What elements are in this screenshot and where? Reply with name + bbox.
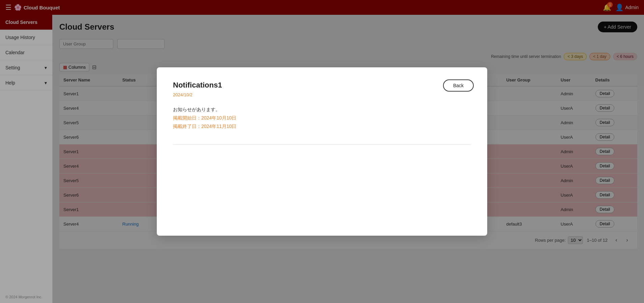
modal-title: Notifications1 bbox=[173, 81, 471, 90]
modal-divider bbox=[173, 144, 471, 145]
modal-date: 2024/10/2 bbox=[173, 92, 471, 97]
modal-body-line3: 掲載終了日：2024年11月10日 bbox=[173, 122, 471, 131]
modal-body-line1: お知らせがあります。 bbox=[173, 105, 471, 114]
modal-overlay[interactable]: Back Notifications1 2024/10/2 お知らせがあります。… bbox=[0, 0, 644, 303]
back-button[interactable]: Back bbox=[443, 79, 474, 92]
modal-body: お知らせがあります。 掲載開始日：2024年10月10日 掲載終了日：2024年… bbox=[173, 105, 471, 131]
notification-modal: Back Notifications1 2024/10/2 お知らせがあります。… bbox=[157, 67, 487, 236]
modal-body-line2: 掲載開始日：2024年10月10日 bbox=[173, 114, 471, 122]
